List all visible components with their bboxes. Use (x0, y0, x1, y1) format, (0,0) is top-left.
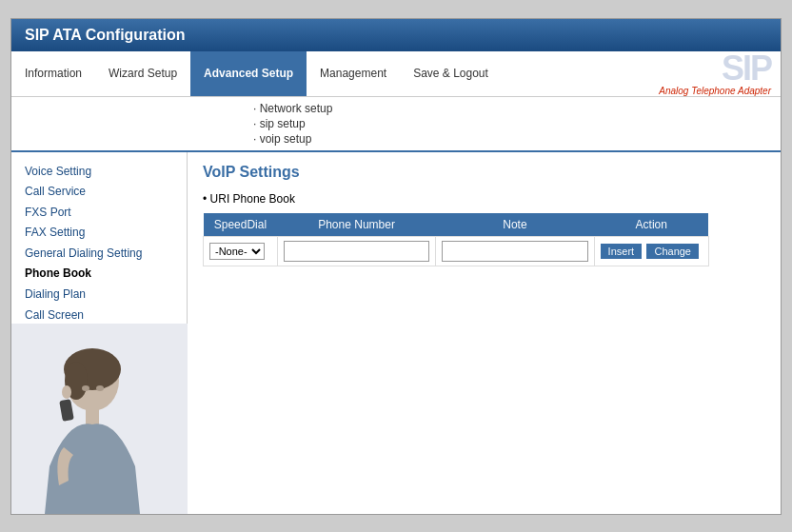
sidebar-item-call-service[interactable]: Call Service (25, 182, 187, 203)
table-header: SpeedDial Phone Number Note Action (204, 213, 709, 237)
section-label: URI Phone Book (203, 192, 765, 206)
nav-item-management[interactable]: Management (307, 51, 400, 96)
svg-rect-4 (86, 407, 99, 424)
sidebar-item-general-dialing[interactable]: General Dialing Setting (25, 244, 187, 265)
note-cell (436, 236, 594, 266)
submenu-sip-setup[interactable]: sip setup (253, 116, 781, 131)
svg-point-8 (62, 385, 71, 399)
table-header-row: SpeedDial Phone Number Note Action (204, 213, 709, 237)
phone-number-input[interactable] (284, 241, 429, 262)
logo-text: SIP (722, 51, 771, 86)
change-button[interactable]: Change (646, 244, 699, 259)
action-cell: Insert Change (594, 236, 708, 266)
phonebook-table: SpeedDial Phone Number Note Action -None… (203, 213, 709, 266)
submenu-network-setup[interactable]: Network setup (253, 101, 781, 116)
speeddial-select[interactable]: -None- 1 2 3 4 5 6 7 8 9 (209, 243, 265, 260)
main-layout: Voice Setting Call Service FXS Port FAX … (11, 152, 781, 514)
sidebar-item-fxs-port[interactable]: FXS Port (25, 203, 187, 224)
col-action: Action (594, 213, 708, 237)
sidebar-image (11, 324, 188, 514)
insert-button[interactable]: Insert (601, 244, 643, 259)
app-container: SIP ATA Configuration Information Wizard… (10, 18, 782, 515)
table-row: -None- 1 2 3 4 5 6 7 8 9 (204, 236, 709, 266)
nav-item-save-logout[interactable]: Save & Logout (400, 51, 502, 96)
sidebar-item-phone-book[interactable]: Phone Book (25, 264, 187, 285)
logo: SIP Analog Telephone Adapter (659, 51, 781, 96)
nav-item-advanced-setup[interactable]: Advanced Setup (190, 51, 307, 96)
speeddial-container: -None- 1 2 3 4 5 6 7 8 9 (209, 243, 271, 260)
content-title: VoIP Settings (203, 164, 765, 181)
col-note: Note (436, 213, 594, 237)
speeddial-cell: -None- 1 2 3 4 5 6 7 8 9 (204, 236, 278, 266)
nav-item-wizard-setup[interactable]: Wizard Setup (95, 51, 190, 96)
sidebar-item-dialing-plan[interactable]: Dialing Plan (25, 285, 187, 305)
nav-item-information[interactable]: Information (11, 51, 95, 96)
sidebar: Voice Setting Call Service FXS Port FAX … (11, 152, 188, 514)
nav-bar: Information Wizard Setup Advanced Setup … (11, 51, 781, 97)
content-area: VoIP Settings URI Phone Book SpeedDial P… (188, 152, 781, 514)
svg-point-7 (96, 385, 104, 391)
logo-subtitle: Analog Telephone Adapter (659, 86, 771, 96)
sidebar-item-voice-setting[interactable]: Voice Setting (25, 162, 187, 183)
svg-point-6 (82, 385, 89, 391)
table-body: -None- 1 2 3 4 5 6 7 8 9 (204, 236, 709, 266)
submenu-bar: Network setup sip setup voip setup (11, 97, 781, 152)
note-input[interactable] (442, 241, 587, 262)
submenu-voip-setup[interactable]: voip setup (253, 131, 781, 147)
app-title: SIP ATA Configuration (25, 27, 186, 43)
col-speeddial: SpeedDial (204, 213, 278, 237)
sidebar-item-fax-setting[interactable]: FAX Setting (25, 223, 187, 244)
col-phone-number: Phone Number (277, 213, 435, 237)
title-bar: SIP ATA Configuration (11, 19, 781, 51)
phone-number-cell (277, 236, 435, 266)
